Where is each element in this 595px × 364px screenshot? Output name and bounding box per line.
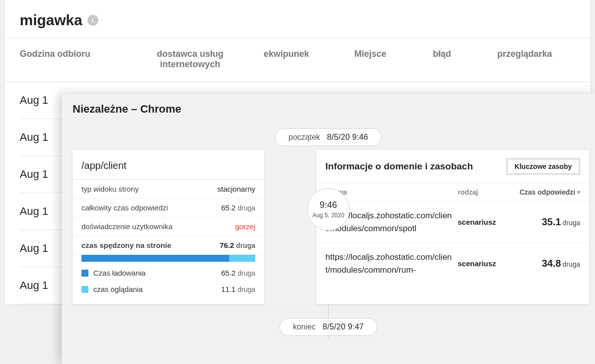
resource-row[interactable]: https://localjs.zohostatic.com/client/mo… bbox=[317, 201, 589, 243]
col-header-device[interactable]: ekwipunek bbox=[242, 38, 331, 81]
legend-view: czas oglądania 11.1druga bbox=[73, 281, 264, 297]
page-metrics-panel: /app/client typ widoku strony stacjonarn… bbox=[73, 150, 264, 304]
key-resources-button[interactable]: Kluczowe zasoby bbox=[506, 158, 580, 175]
time-bar bbox=[81, 255, 255, 262]
resources-title: Informacje o domenie i zasobach bbox=[325, 161, 473, 172]
start-pill: początek 8/5/20 9:46 bbox=[275, 128, 381, 146]
col-header-browser[interactable]: przeglądarka bbox=[474, 38, 575, 81]
bar-load-segment bbox=[81, 255, 229, 262]
resources-header: Informacje o domenie i zasobach Kluczowe… bbox=[317, 150, 589, 183]
resource-kind: scenariusz bbox=[458, 218, 511, 226]
col-kind[interactable]: rodzaj bbox=[458, 188, 511, 196]
swatch-cyan-icon bbox=[81, 286, 88, 293]
resource-value: 34.8druga bbox=[511, 258, 580, 269]
metric-view-type: typ widoku strony stacjonarny bbox=[73, 180, 264, 199]
node-date: Aug 5, 2020 bbox=[313, 212, 345, 219]
page-header: migawka i bbox=[5, 0, 590, 38]
bar-view-segment bbox=[229, 255, 255, 262]
metric-time-on-page: czas spędzony na stronie 76.2druga bbox=[73, 236, 264, 255]
node-time: 9:46 bbox=[319, 200, 337, 211]
legend-load: Czas ładowania 65.2druga bbox=[73, 265, 264, 281]
col-header-time[interactable]: Godzina odbioru bbox=[20, 38, 138, 81]
end-value: 8/5/20 9:47 bbox=[322, 323, 363, 331]
resource-url: https://localjs.zohostatic.com/client/mo… bbox=[325, 251, 458, 276]
col-header-isp[interactable]: dostawca usług internetowych bbox=[138, 38, 242, 81]
timeline-node[interactable]: 9:46 Aug 5, 2020 bbox=[307, 188, 350, 231]
end-pill: koniec 8/5/20 9:47 bbox=[279, 318, 377, 336]
page-title: migawka bbox=[20, 12, 82, 29]
resource-row[interactable]: https://localjs.zohostatic.com/client/mo… bbox=[317, 243, 589, 284]
metric-total-rt: całkowity czas odpowiedzi 65.2druga bbox=[73, 199, 264, 217]
chevron-down-icon: ▾ bbox=[577, 189, 580, 196]
metric-ux: doświadczenie użytkownika gorzej bbox=[73, 217, 264, 236]
resource-value: 35.1druga bbox=[511, 216, 580, 228]
page-path: /app/client bbox=[73, 150, 264, 180]
col-header-location[interactable]: Miejsce bbox=[331, 38, 410, 81]
table-column-headers: Godzina odbioru dostawca usług interneto… bbox=[5, 38, 590, 82]
start-label: początek bbox=[288, 133, 320, 142]
resources-table-head: Nazwa rodzaj Czas odpowiedzi ▾ bbox=[317, 183, 589, 201]
col-header-error[interactable]: błąd bbox=[410, 38, 474, 81]
col-name[interactable]: Nazwa bbox=[325, 188, 458, 196]
resources-panel: Informacje o domenie i zasobach Kluczowe… bbox=[317, 150, 589, 304]
info-icon[interactable]: i bbox=[87, 15, 98, 26]
swatch-blue-icon bbox=[81, 270, 88, 277]
start-value: 8/5/20 9:46 bbox=[327, 133, 368, 142]
detail-overlay: Niezależne – Chrome początek 8/5/20 9:46… bbox=[62, 94, 595, 364]
end-label: koniec bbox=[293, 323, 316, 331]
resource-kind: scenariusz bbox=[458, 259, 511, 268]
timeline: początek 8/5/20 9:46 9:46 Aug 5, 2020 /a… bbox=[62, 121, 595, 354]
col-response-time[interactable]: Czas odpowiedzi ▾ bbox=[511, 188, 580, 196]
overlay-title: Niezależne – Chrome bbox=[62, 94, 595, 121]
